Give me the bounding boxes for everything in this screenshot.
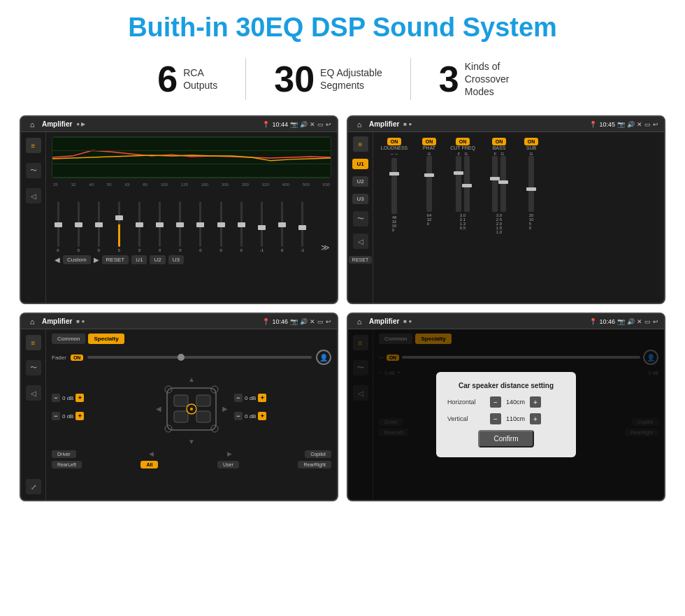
custom-btn[interactable]: Custom [63, 255, 91, 264]
vol-plus-1[interactable]: + [75, 394, 84, 402]
copilot-btn[interactable]: Copilot [305, 450, 331, 458]
prev-icon[interactable]: ◀ [55, 256, 60, 264]
phat-slider[interactable] [426, 156, 432, 212]
eq-slider-2[interactable]: 0 [94, 201, 103, 252]
u3-btn[interactable]: U3 [168, 255, 184, 264]
eq-slider-6[interactable]: 0 [175, 201, 185, 252]
cross-eq-icon[interactable]: ≡ [353, 136, 368, 152]
ch-sub: ON SUB G 201050 [520, 138, 542, 234]
eq-more-icon[interactable]: ≫ [321, 243, 330, 252]
cross-wave-icon[interactable]: 〜 [353, 211, 368, 227]
horizontal-minus-btn[interactable]: − [490, 396, 501, 408]
eq-slider-9[interactable]: 0 [236, 201, 246, 252]
left-vols: − 0 dB + − 0 dB + [52, 394, 149, 424]
eq-icon[interactable]: ≡ [26, 138, 41, 153]
play-icon[interactable]: ▶ [94, 256, 99, 264]
u1-select-btn[interactable]: U1 [352, 159, 368, 169]
screen4-content: ≡ 〜 ◁ Common Specialty ··· ON [348, 329, 664, 500]
eq-slider-12[interactable]: -1 [298, 201, 308, 252]
reset-btn[interactable]: RESET [102, 255, 129, 264]
close-icon: ✕ [310, 121, 315, 128]
vol-plus-4[interactable]: + [258, 412, 266, 420]
tab-common[interactable]: Common [52, 334, 85, 344]
vol-plus-3[interactable]: + [258, 394, 266, 402]
u2-select-btn[interactable]: U2 [352, 176, 368, 187]
rearright-btn[interactable]: RearRight [298, 461, 331, 468]
s3-wave-icon[interactable]: 〜 [26, 360, 41, 375]
sub-toggle[interactable]: ON [524, 138, 539, 145]
speaker-icon[interactable]: ◁ [26, 188, 41, 203]
all-btn[interactable]: All [140, 461, 158, 468]
cutfreq-toggle[interactable]: ON [456, 138, 470, 145]
vertical-plus-btn[interactable]: + [530, 413, 541, 424]
right-vols: − 0 dB + − 0 dB + [234, 394, 331, 424]
bass-slider-g[interactable] [500, 156, 506, 212]
vol-minus-4[interactable]: − [234, 412, 243, 420]
svg-rect-2 [196, 395, 210, 406]
sub-label: SUB [526, 145, 536, 150]
cross-reset-btn[interactable]: RESET [349, 256, 372, 264]
screen2-sidebar: ≡ U1 U2 U3 〜 ◁ RESET [348, 132, 373, 303]
page-title: Buith-in 30EQ DSP Sound System [20, 13, 665, 43]
bass-slider-f[interactable] [492, 156, 498, 212]
cutfreq-label: CUT FREQ [450, 145, 475, 150]
volume-icon3: 🔊 [300, 318, 308, 325]
dialog-row-vertical: Vertical − 110cm + [447, 413, 565, 424]
u3-select-btn[interactable]: U3 [352, 194, 368, 204]
user-btn[interactable]: User [217, 461, 239, 468]
screen1-content: ≡ 〜 ◁ [21, 132, 337, 303]
vol-minus-2[interactable]: − [52, 412, 60, 420]
stat-eq: 30 EQ AdjustableSegments [246, 61, 410, 97]
sub-vals: 201050 [529, 213, 534, 230]
rearleft-btn[interactable]: RearLeft [52, 461, 82, 468]
eq-slider-11[interactable]: 0 [277, 201, 287, 252]
eq-slider-3[interactable]: 5 [114, 201, 124, 252]
eq-slider-1[interactable]: 0 [73, 201, 83, 252]
u2-btn[interactable]: U2 [150, 255, 165, 264]
vol-val-1: 0 dB [62, 395, 73, 401]
cross-spk-icon[interactable]: ◁ [353, 234, 368, 249]
dialog-vertical-label: Vertical [447, 415, 486, 422]
eq-slider-10[interactable]: -1 [257, 201, 266, 252]
eq-slider-0[interactable]: 0 [53, 201, 63, 252]
loudness-slider[interactable] [391, 158, 397, 214]
screen4-home-icon[interactable]: ⌂ [354, 316, 365, 327]
s3-eq-icon[interactable]: ≡ [26, 335, 41, 350]
cutfreq-slider-f[interactable] [456, 156, 461, 212]
car-diagram: ▲ ▼ ◀ ▶ [153, 371, 230, 447]
vol-minus-3[interactable]: − [234, 394, 243, 402]
s3-spk-icon[interactable]: ◁ [26, 385, 41, 401]
eq-slider-8[interactable]: 0 [216, 201, 226, 252]
screen-crossover: ⌂ Amplifier ■ ● 📍 10:45 📷 🔊 ✕ ▭ ↩ ≡ U1 U [347, 115, 665, 304]
vol-minus-1[interactable]: − [52, 394, 60, 402]
screen3-home-icon[interactable]: ⌂ [27, 316, 38, 327]
tab-specialty[interactable]: Specialty [88, 334, 124, 344]
confirm-button[interactable]: Confirm [478, 430, 533, 447]
cutfreq-slider-g[interactable] [464, 156, 470, 212]
eq-slider-5[interactable]: 0 [155, 201, 165, 252]
horizontal-plus-btn[interactable]: + [530, 396, 541, 408]
screen3-sidebar: ≡ 〜 ◁ ⤢ [21, 329, 46, 500]
cutfreq-sliders [456, 156, 470, 212]
home-icon[interactable]: ⌂ [27, 119, 38, 130]
vol-plus-2[interactable]: + [75, 412, 84, 420]
car-svg: ▲ ▼ ◀ ▶ [153, 371, 230, 447]
stat-crossover-label: Kinds ofCrossover Modes [465, 60, 528, 99]
s3-expand-icon[interactable]: ⤢ [26, 479, 41, 494]
bass-toggle[interactable]: ON [492, 138, 507, 145]
loudness-toggle[interactable]: ON [387, 138, 402, 145]
driver-btn[interactable]: Driver [52, 450, 76, 458]
eq-slider-4[interactable]: 0 [135, 201, 145, 252]
phat-toggle[interactable]: ON [422, 138, 437, 145]
u1-btn[interactable]: U1 [131, 255, 147, 264]
sub-slider[interactable] [528, 156, 534, 212]
volume-icon: 🔊 [300, 121, 308, 128]
eq-slider-7[interactable]: 0 [196, 201, 206, 252]
wave-icon[interactable]: 〜 [26, 163, 41, 178]
fader-slider[interactable] [87, 356, 312, 359]
screen2-home-icon[interactable]: ⌂ [354, 119, 365, 130]
fader-toggle[interactable]: ON [71, 354, 84, 361]
screen-common: ⌂ Amplifier ■ ● 📍 10:46 📷 🔊 ✕ ▭ ↩ ≡ 〜 ◁ [20, 313, 338, 501]
profile-icon[interactable]: 👤 [316, 350, 331, 365]
vertical-minus-btn[interactable]: − [490, 413, 501, 424]
